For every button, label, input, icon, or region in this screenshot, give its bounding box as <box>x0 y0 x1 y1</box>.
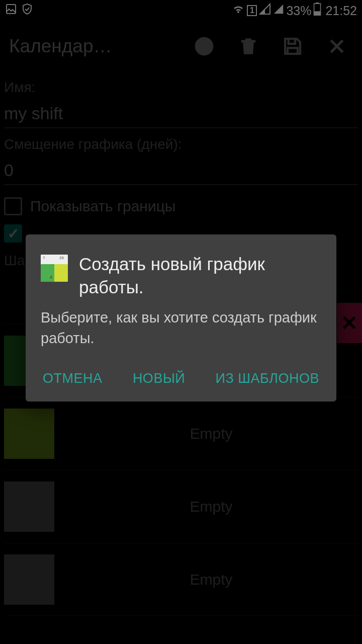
offset-label: Смещение графика (дней): <box>4 136 358 152</box>
new-button[interactable]: НОВЫЙ <box>133 371 185 386</box>
create-schedule-dialog: 7 28 4 Создать новый график работы. Выбе… <box>26 234 336 401</box>
save-button[interactable] <box>282 35 304 57</box>
close-button[interactable] <box>326 35 348 57</box>
wifi-icon <box>232 3 245 18</box>
picture-icon <box>5 3 17 18</box>
svg-rect-3 <box>316 3 319 4</box>
delete-button[interactable] <box>237 35 259 57</box>
name-field[interactable] <box>4 100 358 128</box>
battery-percent: 33% <box>286 4 311 18</box>
calendar-app-icon: 7 28 4 <box>41 255 68 282</box>
battery-icon <box>313 3 321 19</box>
list-item[interactable]: Empty <box>4 470 358 543</box>
checkbox-2[interactable] <box>4 224 22 243</box>
color-swatch <box>4 481 54 532</box>
row-label: Empty <box>64 571 358 588</box>
show-borders-checkbox[interactable] <box>4 197 22 215</box>
signal-icon-2 <box>273 3 284 18</box>
delete-row-button[interactable]: ✕ <box>337 303 362 343</box>
list-item[interactable]: Empty <box>4 543 358 616</box>
page-title: Календар… <box>9 36 140 57</box>
from-templates-button[interactable]: ИЗ ШАБЛОНОВ <box>216 371 319 386</box>
sim-indicator: 1 <box>247 5 257 16</box>
row-label: Empty <box>64 425 358 442</box>
dialog-message: Выберите, как вы хотите создать график р… <box>41 307 321 348</box>
show-borders-label: Показывать границы <box>30 198 175 215</box>
row-label: Empty <box>64 498 358 515</box>
status-bar: 1 33% 21:52 <box>0 0 362 21</box>
svg-rect-2 <box>314 11 321 16</box>
clock-time: 21:52 <box>325 4 357 18</box>
shield-icon <box>21 3 33 18</box>
dialog-title: Создать новый график работы. <box>79 253 321 298</box>
list-item[interactable]: Empty <box>4 397 358 470</box>
cancel-button[interactable]: ОТМЕНА <box>43 371 103 386</box>
offset-field[interactable] <box>4 156 358 185</box>
svg-rect-0 <box>7 5 16 14</box>
color-swatch <box>4 409 54 459</box>
name-label: Имя: <box>4 79 358 96</box>
signal-icon-1 <box>259 3 271 18</box>
toolbar: Календар… <box>0 21 362 71</box>
add-button[interactable] <box>193 35 215 57</box>
color-swatch <box>4 554 54 605</box>
